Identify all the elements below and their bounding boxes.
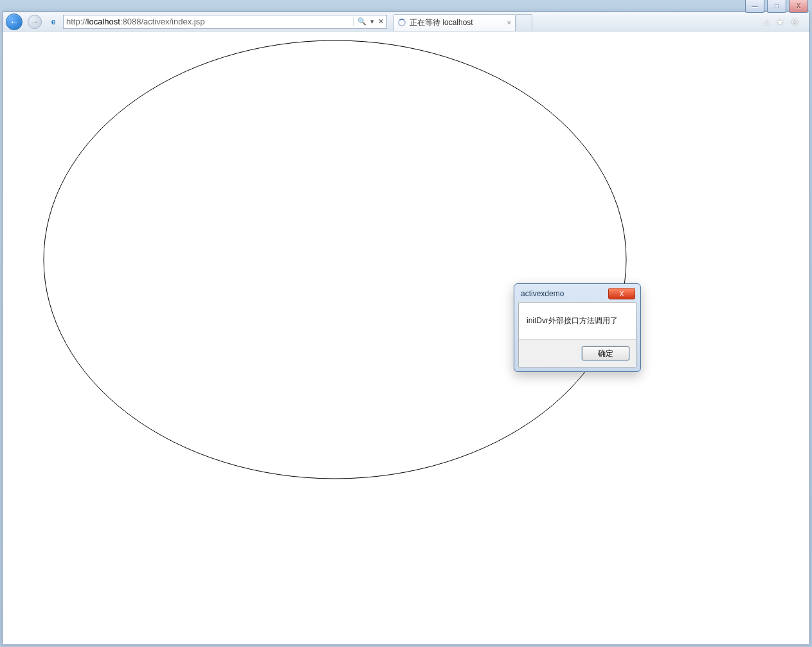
- svg-point-0: [44, 40, 626, 479]
- navigation-bar: ← → e http://localhost:8088/activex/inde…: [3, 12, 809, 31]
- address-tools: 🔍 ▾ ✕: [353, 17, 384, 26]
- os-window-controls: — □ X: [745, 0, 808, 13]
- forward-button[interactable]: →: [26, 14, 44, 30]
- minimize-button[interactable]: —: [745, 0, 764, 13]
- url-path: :8088/activex/index.jsp: [120, 17, 205, 26]
- tab-title: 正在等待 localhost: [410, 17, 473, 28]
- back-button[interactable]: ←: [5, 14, 23, 30]
- tab-active[interactable]: 正在等待 localhost ×: [393, 14, 516, 31]
- os-close-button[interactable]: X: [789, 0, 808, 13]
- tab-strip: 正在等待 localhost ×: [393, 13, 532, 31]
- dialog-footer: 确定: [519, 340, 636, 367]
- url-scheme: http://: [66, 17, 87, 26]
- tab-close-icon[interactable]: ×: [507, 19, 511, 26]
- ie-logo-icon: e: [48, 16, 59, 28]
- dialog-close-button[interactable]: X: [608, 288, 635, 299]
- favorites-icon[interactable]: ★: [776, 17, 784, 27]
- new-tab-button[interactable]: [516, 14, 532, 31]
- dialog-message: initDvr外部接口方法调用了: [519, 303, 636, 340]
- maximize-button[interactable]: □: [767, 0, 786, 13]
- forward-arrow-icon: →: [28, 15, 42, 29]
- stop-reload-icon[interactable]: ✕: [378, 17, 384, 26]
- dialog-body: initDvr外部接口方法调用了 确定: [518, 302, 636, 368]
- dropdown-icon[interactable]: ▾: [370, 17, 374, 26]
- dialog-titlebar: activexdemo X: [518, 288, 636, 302]
- browser-window: ← → e http://localhost:8088/activex/inde…: [2, 12, 810, 645]
- home-icon[interactable]: ⌂: [764, 17, 770, 27]
- address-bar[interactable]: http://localhost:8088/activex/index.jsp …: [63, 15, 387, 29]
- ok-button[interactable]: 确定: [582, 346, 629, 360]
- search-icon[interactable]: 🔍: [357, 17, 366, 26]
- dialog-title: activexdemo: [521, 289, 564, 298]
- loading-spinner-icon: [398, 19, 406, 26]
- page-content: [3, 31, 809, 644]
- page-ellipse-shape: [42, 39, 627, 480]
- browser-right-icons: ⌂ ★ ⚙: [764, 17, 804, 27]
- tools-gear-icon[interactable]: ⚙: [791, 17, 799, 27]
- url-host: localhost: [87, 17, 120, 26]
- message-dialog: activexdemo X initDvr外部接口方法调用了 确定: [514, 283, 641, 372]
- back-arrow-icon: ←: [6, 13, 23, 30]
